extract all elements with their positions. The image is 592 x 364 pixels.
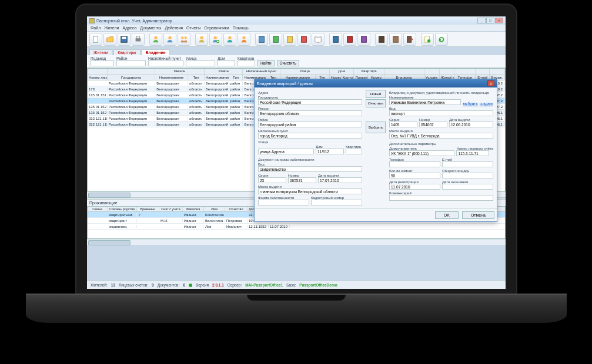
refresh-icon[interactable] [435,33,448,46]
prior-input[interactable] [389,150,454,156]
kv-input[interactable] [346,149,362,154]
l-seria-input[interactable] [258,177,286,183]
ploshadi-input[interactable] [442,173,493,178]
filter-raion-input[interactable] [116,60,146,66]
account-input[interactable] [456,150,489,156]
nkv-input[interactable] [389,173,440,178]
user-yellow-icon[interactable] [195,33,208,46]
menu-dictionaries[interactable]: Справочники [204,26,229,30]
book-yellow-icon[interactable] [283,33,296,46]
filter-find-button[interactable]: Найти [257,60,275,66]
btn-new[interactable]: Новый [366,90,386,98]
laptop-frame: Паспортный стол. Учет, Администратор _ □… [0,0,592,364]
l-nomer-input[interactable] [288,177,316,183]
window-close-button[interactable]: × [495,18,503,23]
folder-blue-icon[interactable] [329,33,342,46]
window-maximize-button[interactable]: □ [486,18,494,23]
r-data-input[interactable] [449,122,493,127]
dialog-titlebar[interactable]: Владение квартирой / домом × [255,79,497,87]
doc-new-icon[interactable] [89,33,102,46]
kadast-input[interactable] [311,200,362,205]
menu-addresses[interactable]: Адреса [122,26,136,30]
comment-input[interactable] [389,195,493,201]
book-dark-icon[interactable] [375,33,388,46]
dialog-title: Владение квартирой / домом [257,82,313,86]
dreg-input[interactable] [389,184,440,190]
doc-save-icon[interactable] [118,33,131,46]
user-family-icon[interactable] [178,33,190,46]
menu-actions[interactable]: Действия [165,26,183,30]
tab-residents[interactable]: Жители [89,49,112,55]
status-version-value: 2.0.1.1 [212,283,224,287]
table-row[interactable]: иждивенецИвановЛевИванович12.11.195211.0… [88,224,505,230]
r-seria-input[interactable] [389,122,417,127]
status-docs-label: Документов: [158,283,180,287]
dialog-mid-buttons: Новый Очистить Выбрать [366,90,386,206]
dialog-ok-button[interactable]: OK [435,211,459,219]
owner-name-input[interactable] [389,99,461,105]
svg-rect-19 [347,36,353,43]
user-teal-icon[interactable] [223,33,236,46]
svg-point-10 [214,36,217,39]
dialog-left-column: Адрес Государство Регион Район Населённы… [258,90,362,206]
folder-purple-icon[interactable] [357,33,370,46]
detail-grid-hscroll[interactable] [87,239,506,245]
btn-pick[interactable]: Выбрать [366,122,386,133]
tab-ownership[interactable]: Владение [142,49,170,55]
user-add-icon[interactable] [209,33,222,46]
page-new-icon[interactable] [421,33,434,46]
menu-file[interactable]: Файл [91,26,101,30]
status-base-value: PassportOfficeDemo [299,283,337,287]
email-input[interactable] [442,161,493,167]
filter-dom-input[interactable] [218,60,235,66]
r-nomer-input[interactable] [419,122,447,127]
dom-input[interactable] [316,149,344,154]
book-open-icon[interactable] [312,33,325,46]
filter-podezd-input[interactable] [91,60,114,66]
filter-ulica-input[interactable] [186,60,215,66]
np-input[interactable] [258,133,362,139]
window-minimize-button[interactable]: _ [477,18,486,23]
doc-print-icon[interactable] [132,33,145,46]
l-data-input[interactable] [318,177,362,183]
state-input[interactable] [258,99,362,105]
user-green-icon[interactable] [149,33,162,46]
tab-apartments[interactable]: Квартиры [113,49,140,55]
owner-create-link[interactable]: создать [480,102,493,106]
book-brown-icon[interactable] [389,33,402,46]
book-blue-icon[interactable] [255,33,268,46]
r-mesto-input[interactable] [389,133,493,139]
svg-point-6 [168,36,171,39]
filter-nasel-input[interactable] [148,60,183,66]
book-green-icon[interactable] [269,33,282,46]
menu-documents[interactable]: Документы [140,26,161,30]
filter-clear-button[interactable]: Очистить [277,60,299,66]
svg-point-9 [200,36,203,39]
ulica-input[interactable] [258,149,314,154]
ownership-dialog: Владение квартирой / домом × Адрес Госуд… [254,79,497,222]
dialog-close-button[interactable]: × [487,80,494,86]
menu-residents[interactable]: Жители [104,26,119,30]
menu-help[interactable]: Помощь [233,26,249,30]
dend-input[interactable] [442,184,493,190]
book-red-icon[interactable] [297,33,310,46]
folder-red-icon[interactable] [343,33,356,46]
vid-input[interactable] [258,166,362,172]
menu-reports[interactable]: Отчеты [186,26,200,30]
doc-open-icon[interactable] [103,33,116,46]
svg-rect-15 [273,36,279,43]
raion-input[interactable] [258,122,362,127]
r-vid-input[interactable] [389,110,493,116]
region-input[interactable] [258,110,362,116]
user-blue-icon[interactable] [163,33,176,46]
status-residents-label: Жителей: [91,283,108,287]
btn-clear[interactable]: Очистить [366,99,386,107]
dialog-cancel-button[interactable]: Отмена [462,211,494,219]
mesto-input[interactable] [258,188,362,194]
user-orange-icon[interactable] [238,33,250,46]
owner-pick-link[interactable]: выбрать [463,102,477,106]
book-out-icon[interactable] [403,33,416,46]
filter-kv-input[interactable] [238,60,255,66]
tel-input[interactable] [389,161,440,167]
forma-input[interactable] [258,200,309,205]
